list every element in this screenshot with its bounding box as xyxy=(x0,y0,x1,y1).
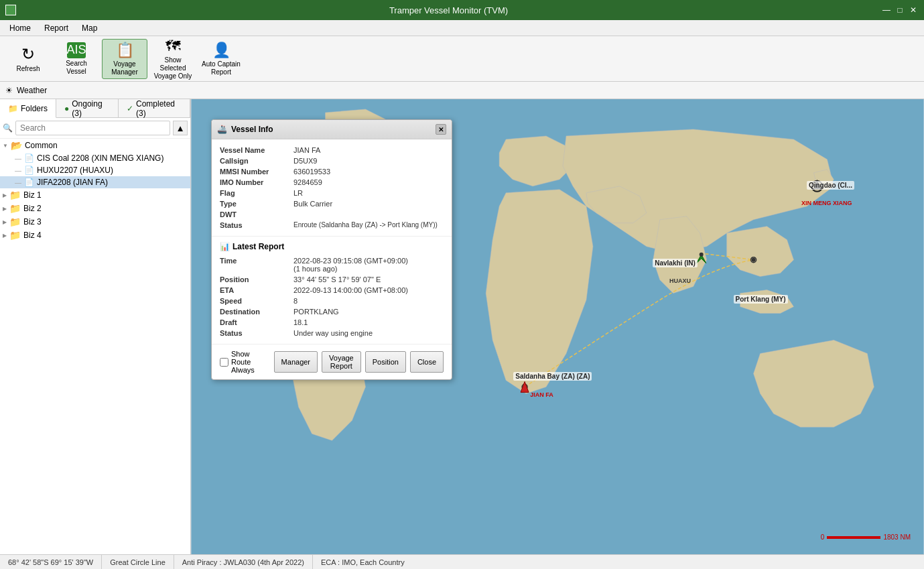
refresh-icon: ↻ xyxy=(21,45,35,64)
file-doc-icon-2: 📄 xyxy=(24,166,34,175)
folder-biz3-icon: 📁 xyxy=(9,216,21,227)
anti-piracy-value: Anti Piracy : JWLA030 (4th Apr 2022) xyxy=(182,558,304,566)
popup-action-buttons: Manager Voyage Report Position Close xyxy=(274,351,444,373)
show-route-checkbox[interactable]: Show Route Always xyxy=(220,350,270,374)
tree-item-biz2[interactable]: ▶ 📁 Biz 2 xyxy=(0,202,190,215)
status-bar: 68° 42' 58"S 69° 15' 39"W Great Circle L… xyxy=(0,554,924,569)
close-button[interactable]: ✕ xyxy=(908,5,919,15)
refresh-button[interactable]: ↻ Refresh xyxy=(5,39,51,79)
report-row-status: Status Under way using engine xyxy=(220,328,444,338)
tab-ongoing[interactable]: ● Ongoing (3) xyxy=(56,99,119,117)
maximize-button[interactable]: □ xyxy=(895,5,905,15)
tree-container: ▼ 📂 Common — 📄 CIS Coal 2208 (XIN MENG X… xyxy=(0,139,190,554)
info-row-flag: Flag LR xyxy=(220,188,444,198)
menu-home[interactable]: Home xyxy=(3,20,38,36)
map-label-navlakhi: Navlakhi (IN) xyxy=(653,259,698,267)
completed-icon: ✓ xyxy=(127,104,133,113)
info-row-status: Status Enroute (Saldanha Bay (ZA) -> Por… xyxy=(220,220,444,231)
position-button[interactable]: Position xyxy=(365,351,406,373)
search-input[interactable] xyxy=(15,121,170,135)
scale-bar: 0 1803 NM xyxy=(821,533,911,541)
menu-report[interactable]: Report xyxy=(38,20,75,36)
report-row-draft: Draft 18.1 xyxy=(220,317,444,328)
map-label-qingdao: Qingdao (CI... xyxy=(807,181,854,190)
search-up-button[interactable]: ▲ xyxy=(173,121,188,135)
tree-item-cis-coal[interactable]: — 📄 CIS Coal 2208 (XIN MENG XIANG) xyxy=(0,152,190,164)
triangle-biz3: ▶ xyxy=(3,219,7,225)
tab-completed[interactable]: ✓ Completed (3) xyxy=(119,99,190,117)
file-icon-jifa: — xyxy=(15,179,21,186)
vessel-icon: 🚢 xyxy=(217,125,227,134)
folder-biz4-icon: 📁 xyxy=(9,230,21,241)
voyage-manager-button[interactable]: 📋 Voyage Manager xyxy=(102,39,147,79)
captain-icon: 👤 xyxy=(212,42,230,59)
latest-report-title: 📊 Latest Report xyxy=(220,242,444,251)
tree-item-biz1[interactable]: ▶ 📁 Biz 1 xyxy=(0,188,190,202)
voyage-manager-label: Voyage Manager xyxy=(105,60,144,76)
ongoing-icon: ● xyxy=(64,104,69,113)
file-icon-cis: — xyxy=(15,155,21,162)
info-row-imo: IMO Number 9284659 xyxy=(220,177,444,188)
tab-folders[interactable]: 📁 Folders xyxy=(0,99,56,118)
menu-map[interactable]: Map xyxy=(75,20,104,36)
svg-point-7 xyxy=(752,258,756,262)
tree-item-biz3[interactable]: ▶ 📁 Biz 3 xyxy=(0,215,190,229)
info-row-mmsi: MMSI Number 636019533 xyxy=(220,166,444,177)
sidebar-tabs: 📁 Folders ● Ongoing (3) ✓ Completed (3) xyxy=(0,99,190,118)
tree-item-huxu2207[interactable]: — 📄 HUXU2207 (HUAXU) xyxy=(0,164,190,176)
tree-group-common[interactable]: ▼ 📂 Common xyxy=(0,139,190,152)
file-doc-icon-3: 📄 xyxy=(24,178,34,187)
line-type-value: Great Circle Line xyxy=(110,558,166,566)
show-route-input[interactable] xyxy=(220,358,228,367)
folder-biz1-icon: 📁 xyxy=(9,190,21,200)
file-icon-huxu: — xyxy=(15,167,21,174)
sidebar: 📁 Folders ● Ongoing (3) ✓ Completed (3) … xyxy=(0,99,191,554)
vessel-info-table: Vessel Name JIAN FA Callsign D5UX9 MMSI … xyxy=(220,145,444,231)
file-doc-icon: 📄 xyxy=(24,153,34,163)
search-icon: 🔍 xyxy=(3,123,13,133)
tree-item-jifa2208[interactable]: — 📄 JIFA2208 (JIAN FA) xyxy=(0,176,190,188)
search-vessel-label: Search Vessel xyxy=(57,60,96,76)
search-vessel-button[interactable]: AIS Search Vessel xyxy=(54,39,99,79)
report-icon: 📊 xyxy=(220,242,230,251)
window-controls: — □ ✕ xyxy=(881,5,919,15)
sidebar-search-area: 🔍 ▲ xyxy=(0,118,190,139)
map-label-port-klang: Port Klang (MY) xyxy=(734,295,788,304)
weather-bar: ☀ Weather xyxy=(0,82,924,99)
vessel-info-popup: 🚢 Vessel Info ✕ Vessel Name JIAN FA Call… xyxy=(211,119,452,380)
map-label-saldanha: Saldanha Bay (ZA) (ZA) xyxy=(513,372,592,381)
svg-point-8 xyxy=(700,253,704,257)
show-selected-voyage-button[interactable]: 🗺 Show Selected Voyage Only xyxy=(150,39,196,79)
line-type-segment: Great Circle Line xyxy=(102,555,174,569)
folder-icon: 📁 xyxy=(8,104,18,113)
info-row-callsign: Callsign D5UX9 xyxy=(220,155,444,166)
coordinates-segment: 68° 42' 58"S 69° 15' 39"W xyxy=(0,555,102,569)
map-label-jian-fa: JIAN FA xyxy=(528,391,555,399)
report-table: Time 2022-08-23 09:15:08 (GMT+09:00) (1 … xyxy=(220,255,444,338)
triangle-biz1: ▶ xyxy=(3,192,7,198)
close-popup-button[interactable]: Close xyxy=(410,351,444,373)
popup-footer: Show Route Always Manager Voyage Report … xyxy=(212,344,452,379)
eca-value: ECA : IMO, Each Country xyxy=(321,558,405,566)
scale-right: 1803 NM xyxy=(883,533,911,541)
auto-captain-button[interactable]: 👤 Auto Captain Report xyxy=(198,39,244,79)
report-row-speed: Speed 8 xyxy=(220,296,444,306)
manager-button[interactable]: Manager xyxy=(274,351,318,373)
latest-report-section: 📊 Latest Report Time 2022-08-23 09:15:08… xyxy=(212,237,452,344)
voyage-report-button[interactable]: Voyage Report xyxy=(322,351,361,373)
title-bar: Tramper Vessel Monitor (TVM) — □ ✕ xyxy=(0,0,924,20)
map-area[interactable]: Qingdao (CI... XIN MENG XIANG Navlakhi (… xyxy=(191,99,924,554)
tree-item-biz4[interactable]: ▶ 📁 Biz 4 xyxy=(0,229,190,242)
menu-bar: Home Report Map xyxy=(0,20,924,36)
weather-label: Weather xyxy=(17,86,47,95)
info-row-vessel-name: Vessel Name JIAN FA xyxy=(220,145,444,155)
voyage-manager-icon: 📋 xyxy=(116,42,134,59)
triangle-icon: ▼ xyxy=(3,143,8,149)
popup-header: 🚢 Vessel Info ✕ xyxy=(212,120,452,139)
report-row-position: Position 33° 44' 55" S 17° 59' 07" E xyxy=(220,274,444,285)
auto-captain-label: Auto Captain Report xyxy=(202,60,241,76)
app-icon xyxy=(5,5,16,15)
popup-close-button[interactable]: ✕ xyxy=(436,124,446,135)
map-label-huaxu: HUAXU xyxy=(667,277,693,285)
minimize-button[interactable]: — xyxy=(881,5,892,15)
